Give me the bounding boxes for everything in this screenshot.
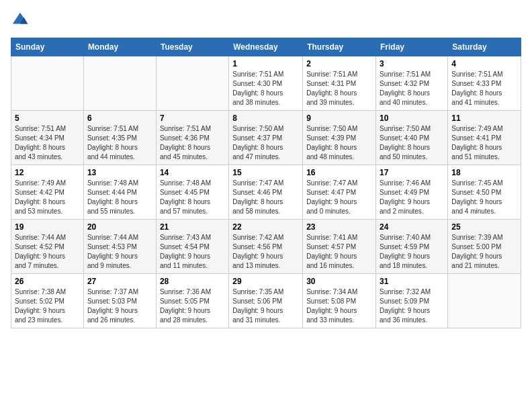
day-info: Sunrise: 7:50 AM Sunset: 4:40 PM Dayligh… xyxy=(380,124,444,162)
calendar-cell: 25Sunrise: 7:39 AM Sunset: 5:00 PM Dayli… xyxy=(448,220,521,274)
logo-icon xyxy=(11,11,30,30)
day-number: 26 xyxy=(15,277,80,286)
calendar-cell: 20Sunrise: 7:44 AM Sunset: 4:53 PM Dayli… xyxy=(83,220,156,274)
calendar-cell: 6Sunrise: 7:51 AM Sunset: 4:35 PM Daylig… xyxy=(83,111,156,165)
calendar-cell xyxy=(448,274,521,328)
day-info: Sunrise: 7:51 AM Sunset: 4:32 PM Dayligh… xyxy=(380,70,444,107)
day-info: Sunrise: 7:47 AM Sunset: 4:46 PM Dayligh… xyxy=(232,179,299,216)
day-of-week-header: Saturday xyxy=(448,38,521,56)
calendar-cell: 24Sunrise: 7:40 AM Sunset: 4:59 PM Dayli… xyxy=(376,220,448,274)
day-number: 30 xyxy=(306,277,372,286)
day-of-week-header: Wednesday xyxy=(229,38,303,56)
day-info: Sunrise: 7:46 AM Sunset: 4:49 PM Dayligh… xyxy=(380,179,444,216)
day-info: Sunrise: 7:39 AM Sunset: 5:00 PM Dayligh… xyxy=(451,233,517,271)
calendar-cell: 19Sunrise: 7:44 AM Sunset: 4:52 PM Dayli… xyxy=(11,220,84,274)
day-number: 7 xyxy=(160,113,225,123)
day-info: Sunrise: 7:48 AM Sunset: 4:44 PM Dayligh… xyxy=(87,179,152,216)
calendar-week-row: 1Sunrise: 7:51 AM Sunset: 4:30 PM Daylig… xyxy=(11,56,521,111)
day-info: Sunrise: 7:37 AM Sunset: 5:03 PM Dayligh… xyxy=(87,287,152,325)
calendar-cell: 5Sunrise: 7:51 AM Sunset: 4:34 PM Daylig… xyxy=(11,111,84,165)
calendar-cell: 14Sunrise: 7:48 AM Sunset: 4:45 PM Dayli… xyxy=(156,165,228,220)
calendar-cell: 29Sunrise: 7:35 AM Sunset: 5:06 PM Dayli… xyxy=(229,274,303,328)
calendar-cell: 10Sunrise: 7:50 AM Sunset: 4:40 PM Dayli… xyxy=(376,111,448,165)
day-number: 17 xyxy=(380,168,444,177)
day-info: Sunrise: 7:36 AM Sunset: 5:05 PM Dayligh… xyxy=(160,287,225,325)
day-info: Sunrise: 7:51 AM Sunset: 4:34 PM Dayligh… xyxy=(15,124,80,162)
day-of-week-header: Tuesday xyxy=(156,38,228,56)
calendar-cell: 31Sunrise: 7:32 AM Sunset: 5:09 PM Dayli… xyxy=(376,274,448,328)
calendar-cell: 13Sunrise: 7:48 AM Sunset: 4:44 PM Dayli… xyxy=(83,165,156,220)
calendar-cell xyxy=(156,56,228,111)
day-info: Sunrise: 7:51 AM Sunset: 4:33 PM Dayligh… xyxy=(451,70,517,107)
day-info: Sunrise: 7:50 AM Sunset: 4:39 PM Dayligh… xyxy=(306,124,372,162)
day-of-week-header: Monday xyxy=(83,38,156,56)
day-info: Sunrise: 7:38 AM Sunset: 5:02 PM Dayligh… xyxy=(15,287,80,325)
day-number: 27 xyxy=(87,277,152,286)
day-number: 14 xyxy=(160,168,225,177)
day-number: 4 xyxy=(451,59,517,68)
day-number: 25 xyxy=(451,222,517,232)
day-number: 15 xyxy=(232,168,299,177)
calendar-cell: 8Sunrise: 7:50 AM Sunset: 4:37 PM Daylig… xyxy=(229,111,303,165)
calendar-cell: 9Sunrise: 7:50 AM Sunset: 4:39 PM Daylig… xyxy=(303,111,376,165)
calendar-cell: 22Sunrise: 7:42 AM Sunset: 4:56 PM Dayli… xyxy=(229,220,303,274)
day-number: 9 xyxy=(306,113,372,123)
day-number: 16 xyxy=(306,168,372,177)
day-info: Sunrise: 7:44 AM Sunset: 4:52 PM Dayligh… xyxy=(15,233,80,271)
day-number: 11 xyxy=(451,113,517,123)
day-info: Sunrise: 7:50 AM Sunset: 4:37 PM Dayligh… xyxy=(232,124,299,162)
day-number: 18 xyxy=(451,168,517,177)
calendar-cell: 7Sunrise: 7:51 AM Sunset: 4:36 PM Daylig… xyxy=(156,111,228,165)
calendar-cell: 2Sunrise: 7:51 AM Sunset: 4:31 PM Daylig… xyxy=(303,56,376,111)
day-number: 31 xyxy=(380,277,444,286)
calendar-cell: 11Sunrise: 7:49 AM Sunset: 4:41 PM Dayli… xyxy=(448,111,521,165)
calendar-cell: 12Sunrise: 7:49 AM Sunset: 4:42 PM Dayli… xyxy=(11,165,84,220)
day-info: Sunrise: 7:35 AM Sunset: 5:06 PM Dayligh… xyxy=(232,287,299,325)
day-number: 19 xyxy=(15,222,80,232)
calendar-cell: 28Sunrise: 7:36 AM Sunset: 5:05 PM Dayli… xyxy=(156,274,228,328)
logo xyxy=(11,11,32,30)
day-info: Sunrise: 7:41 AM Sunset: 4:57 PM Dayligh… xyxy=(306,233,372,271)
calendar-week-row: 26Sunrise: 7:38 AM Sunset: 5:02 PM Dayli… xyxy=(11,274,521,328)
calendar-cell: 15Sunrise: 7:47 AM Sunset: 4:46 PM Dayli… xyxy=(229,165,303,220)
day-of-week-header: Thursday xyxy=(303,38,376,56)
day-info: Sunrise: 7:51 AM Sunset: 4:36 PM Dayligh… xyxy=(160,124,225,162)
day-info: Sunrise: 7:44 AM Sunset: 4:53 PM Dayligh… xyxy=(87,233,152,271)
day-info: Sunrise: 7:40 AM Sunset: 4:59 PM Dayligh… xyxy=(380,233,444,271)
day-info: Sunrise: 7:42 AM Sunset: 4:56 PM Dayligh… xyxy=(232,233,299,271)
day-info: Sunrise: 7:49 AM Sunset: 4:41 PM Dayligh… xyxy=(451,124,517,162)
day-number: 10 xyxy=(380,113,444,123)
day-number: 21 xyxy=(160,222,225,232)
calendar-week-row: 5Sunrise: 7:51 AM Sunset: 4:34 PM Daylig… xyxy=(11,111,521,165)
calendar-cell: 21Sunrise: 7:43 AM Sunset: 4:54 PM Dayli… xyxy=(156,220,228,274)
page-header xyxy=(11,11,521,30)
day-number: 6 xyxy=(87,113,152,123)
calendar-cell: 1Sunrise: 7:51 AM Sunset: 4:30 PM Daylig… xyxy=(229,56,303,111)
calendar-week-row: 12Sunrise: 7:49 AM Sunset: 4:42 PM Dayli… xyxy=(11,165,521,220)
calendar-cell: 3Sunrise: 7:51 AM Sunset: 4:32 PM Daylig… xyxy=(376,56,448,111)
day-info: Sunrise: 7:47 AM Sunset: 4:47 PM Dayligh… xyxy=(306,179,372,216)
day-of-week-header: Friday xyxy=(376,38,448,56)
day-number: 2 xyxy=(306,59,372,68)
day-number: 1 xyxy=(232,59,299,68)
day-number: 12 xyxy=(15,168,80,177)
calendar-cell: 18Sunrise: 7:45 AM Sunset: 4:50 PM Dayli… xyxy=(448,165,521,220)
day-info: Sunrise: 7:45 AM Sunset: 4:50 PM Dayligh… xyxy=(451,179,517,216)
calendar-cell xyxy=(11,56,84,111)
day-info: Sunrise: 7:32 AM Sunset: 5:09 PM Dayligh… xyxy=(380,287,444,325)
day-number: 13 xyxy=(87,168,152,177)
calendar-week-row: 19Sunrise: 7:44 AM Sunset: 4:52 PM Dayli… xyxy=(11,220,521,274)
day-info: Sunrise: 7:48 AM Sunset: 4:45 PM Dayligh… xyxy=(160,179,225,216)
day-info: Sunrise: 7:43 AM Sunset: 4:54 PM Dayligh… xyxy=(160,233,225,271)
calendar-cell: 30Sunrise: 7:34 AM Sunset: 5:08 PM Dayli… xyxy=(303,274,376,328)
day-info: Sunrise: 7:51 AM Sunset: 4:30 PM Dayligh… xyxy=(232,70,299,107)
calendar-cell: 26Sunrise: 7:38 AM Sunset: 5:02 PM Dayli… xyxy=(11,274,84,328)
day-number: 24 xyxy=(380,222,444,232)
day-number: 3 xyxy=(380,59,444,68)
day-number: 23 xyxy=(306,222,372,232)
day-number: 22 xyxy=(232,222,299,232)
day-number: 5 xyxy=(15,113,80,123)
day-info: Sunrise: 7:51 AM Sunset: 4:31 PM Dayligh… xyxy=(306,70,372,107)
day-number: 8 xyxy=(232,113,299,123)
day-info: Sunrise: 7:51 AM Sunset: 4:35 PM Dayligh… xyxy=(87,124,152,162)
